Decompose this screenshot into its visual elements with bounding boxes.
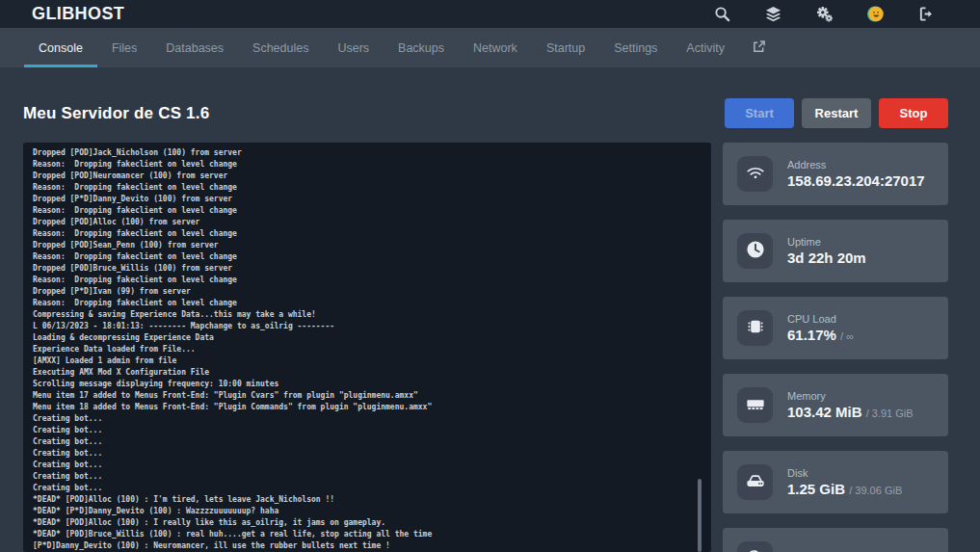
stat-suffix: / 39.06 GiB: [849, 485, 902, 496]
power-actions: Start Restart Stop: [725, 98, 948, 128]
logout-icon[interactable]: [918, 6, 935, 22]
console-line: Reason: Dropping fakeclient on level cha…: [33, 251, 702, 263]
console-line: Creating bot...: [33, 471, 702, 483]
external-link-icon: [753, 39, 765, 57]
console-line: L 06/13/2023 - 18:01:13: -------- Mapcha…: [33, 321, 702, 332]
console-line: Scrolling message displaying frequency: …: [33, 379, 702, 390]
layers-icon[interactable]: [765, 6, 781, 22]
console-line: Menu item 18 added to Menus Front-End: "…: [33, 402, 702, 413]
console-line: Dropped [P0D]Bruce_Willis (100) from ser…: [33, 263, 702, 275]
console-line: Experience Data loaded from File...: [33, 344, 702, 355]
tab-users[interactable]: Users: [323, 28, 384, 67]
console-line: *DEAD* [POD]Alloc (100) : I'm tired, let…: [33, 494, 702, 506]
tab-databases[interactable]: Databases: [151, 28, 238, 67]
console-line: Dropped [POD]Alloc (100) from server: [33, 217, 702, 228]
stat-value: 1.25 GiB / 39.06 GiB: [787, 481, 902, 497]
console-line: Reason: Dropping fakeclient on level cha…: [33, 298, 702, 309]
console-line: Creating bot...: [33, 413, 702, 425]
stat-icon-box: [737, 541, 773, 552]
stat-value: 103.42 MiB / 3.91 GiB: [787, 404, 914, 420]
main-content: Meu Servidor de CS 1.6 Start Restart Sto…: [0, 98, 980, 552]
topbar: GLIBHOST: [0, 0, 980, 28]
console-line: [AMXX] Loaded 1 admin from file: [33, 355, 702, 367]
console-line: *DEAD* [P0D]Bruce_Willis (100) : real hu…: [33, 529, 702, 540]
stat-value-main: 3d 22h 20m: [787, 250, 866, 266]
tab-files[interactable]: Files: [97, 28, 151, 67]
network-icon: [746, 548, 765, 552]
stat-texts: Disk 1.25 GiB / 39.06 GiB: [787, 467, 902, 497]
stat-texts: Memory 103.42 MiB / 3.91 GiB: [787, 390, 914, 420]
console-line: *DEAD* [POD]Alloc (100) : I really like …: [33, 517, 702, 529]
open-admin-external-button[interactable]: [739, 28, 779, 67]
topbar-icons: [714, 6, 980, 22]
chip-icon: [746, 317, 765, 340]
console-scrollbar-thumb[interactable]: [698, 479, 702, 552]
stats-sidebar: Address 158.69.23.204:27017 Uptime 3d 22…: [723, 143, 948, 552]
stat-label: Address: [787, 159, 925, 171]
stat-suffix: / 3.91 GiB: [866, 407, 914, 419]
stat-label: Uptime: [787, 236, 866, 248]
stat-value-main: 103.42 MiB: [787, 404, 862, 420]
nav-tabs: ConsoleFilesDatabasesSchedulesUsersBacku…: [24, 28, 739, 67]
stat-card-uptime: Uptime 3d 22h 20m: [723, 220, 948, 282]
stat-value-main: 158.69.23.204:27017: [787, 172, 925, 189]
stat-label: Memory: [787, 390, 914, 402]
stat-value: 61.17% / ∞: [787, 327, 854, 343]
stat-texts: Address 158.69.23.204:27017: [787, 159, 925, 189]
stat-card-cpu-load: CPU Load 61.17% / ∞: [723, 297, 948, 359]
stat-label: Disk: [787, 467, 902, 479]
stat-value: 3d 22h 20m: [787, 250, 866, 266]
tab-activity[interactable]: Activity: [672, 28, 739, 67]
user-avatar[interactable]: [867, 6, 884, 22]
stat-texts: CPU Load 61.17% / ∞: [787, 313, 854, 343]
console-line: Dropped [P*D]Danny_Devito (100) from ser…: [33, 194, 702, 205]
console-line: Creating bot...: [33, 448, 702, 460]
clock-icon: [746, 240, 765, 263]
cogs-icon[interactable]: [816, 6, 833, 22]
memory-icon: [746, 394, 765, 417]
console-line: Dropped [POD]Jack_Nicholson (100) from s…: [33, 147, 702, 159]
stat-texts: Uptime 3d 22h 20m: [787, 236, 866, 266]
brand-logo[interactable]: GLIBHOST: [32, 4, 124, 24]
console-line: Compressing & saving Experience Data...t…: [33, 309, 702, 321]
console-line: Creating bot...: [33, 425, 702, 436]
console-line: Creating bot...: [33, 460, 702, 471]
server-title: Meu Servidor de CS 1.6: [23, 104, 209, 123]
disk-icon: [746, 471, 765, 494]
tab-console[interactable]: Console: [24, 28, 97, 67]
console-output[interactable]: Dropped [POD]Jack_Nicholson (100) from s…: [23, 143, 711, 552]
console-line: Menu item 17 added to Menus Front-End: "…: [33, 390, 702, 402]
console-line: Creating bot...: [33, 483, 702, 494]
tab-startup[interactable]: Startup: [532, 28, 599, 67]
tab-schedules[interactable]: Schedules: [238, 28, 323, 67]
stat-card-disk: Disk 1.25 GiB / 39.06 GiB: [723, 451, 948, 513]
start-button[interactable]: Start: [725, 98, 794, 128]
tab-backups[interactable]: Backups: [384, 28, 459, 67]
stat-card-memory: Memory 103.42 MiB / 3.91 GiB: [723, 374, 948, 436]
server-navbar: ConsoleFilesDatabasesSchedulesUsersBacku…: [0, 28, 980, 67]
stat-icon-box: [737, 387, 773, 423]
console-line: Dropped [POD]Neuromancer (100) from serv…: [33, 171, 702, 182]
stat-icon-box: [737, 310, 773, 346]
stat-value: 158.69.23.204:27017: [787, 172, 925, 189]
stat-value-main: 61.17%: [787, 327, 836, 343]
console-line: Reason: Dropping fakeclient on level cha…: [33, 228, 702, 240]
stat-value-main: 1.25 GiB: [787, 481, 845, 497]
stat-icon-box: [737, 156, 773, 192]
tab-network[interactable]: Network: [459, 28, 532, 67]
stat-suffix: / ∞: [840, 330, 854, 342]
console-line: *DEAD* [P*D]Danny_Devito (100) : Wazzzzu…: [33, 506, 702, 517]
restart-button[interactable]: Restart: [802, 98, 871, 128]
wifi-icon: [746, 163, 765, 186]
stat-card-network-inbound: Network (Inbound): [723, 528, 948, 552]
stat-icon-box: [737, 233, 773, 269]
stop-button[interactable]: Stop: [879, 98, 948, 128]
console-line: Creating bot...: [33, 436, 702, 448]
stat-card-address: Address 158.69.23.204:27017: [723, 143, 948, 205]
tab-settings[interactable]: Settings: [599, 28, 672, 67]
search-icon[interactable]: [714, 6, 730, 22]
console-line: Dropped [P*D]Ivan (99) from server: [33, 286, 702, 298]
console-line: Reason: Dropping fakeclient on level cha…: [33, 205, 702, 217]
main-row: Dropped [POD]Jack_Nicholson (100) from s…: [23, 143, 948, 552]
console-line: Reason: Dropping fakeclient on level cha…: [33, 159, 702, 171]
